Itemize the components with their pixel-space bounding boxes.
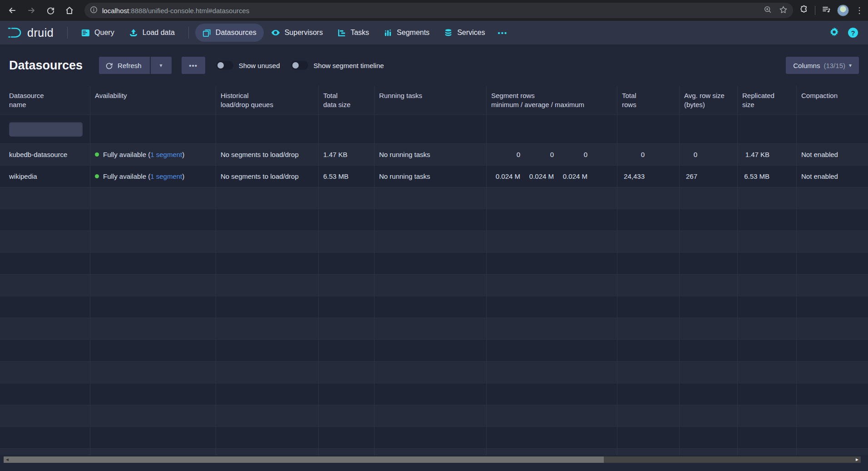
tab-query[interactable]: Query	[74, 24, 122, 42]
filter-row	[0, 115, 868, 144]
browser-home-button[interactable]	[62, 3, 77, 18]
site-info-icon[interactable]	[90, 6, 98, 15]
datasource-name-filter-input[interactable]	[9, 122, 83, 137]
cell-running-tasks: No running tasks	[375, 144, 487, 165]
column-header-load-drop-queues[interactable]: Historicalload/drop queues	[216, 86, 319, 114]
refresh-icon	[105, 62, 113, 69]
scrollbar-thumb[interactable]	[4, 456, 604, 463]
eye-icon	[271, 28, 280, 37]
availability-status-icon	[95, 174, 99, 178]
datasources-view-header: Datasources Refresh ▾ ••• Show unused Sh…	[0, 44, 868, 86]
empty-table-row	[0, 383, 868, 405]
empty-table-row	[0, 209, 868, 231]
zoom-icon[interactable]	[764, 5, 772, 15]
column-header-replicated-size[interactable]: Replicatedsize	[738, 86, 797, 114]
cell-datasource-name[interactable]: wikipedia	[0, 166, 90, 187]
tab-datasources[interactable]: Datasources	[195, 24, 264, 42]
browser-back-button[interactable]	[5, 3, 20, 18]
database-icon	[444, 29, 453, 37]
druid-navbar: druid Query Load data Datasources	[0, 21, 868, 44]
address-bar[interactable]: localhost:8888/unified-console.html#data…	[84, 3, 793, 18]
druid-logo[interactable]: druid	[7, 25, 54, 40]
column-header-avg-row-size[interactable]: Avg. row size(bytes)	[680, 86, 738, 114]
refresh-button[interactable]: Refresh	[99, 57, 150, 74]
browser-profile-avatar[interactable]	[837, 5, 849, 16]
url-text: localhost:8888/unified-console.html#data…	[102, 7, 758, 15]
browser-toolbar: localhost:8888/unified-console.html#data…	[0, 0, 868, 21]
empty-table-row	[0, 231, 868, 253]
brand-name: druid	[27, 26, 54, 39]
column-header-total-rows[interactable]: Totalrows	[617, 86, 680, 114]
tab-supervisors[interactable]: Supervisors	[264, 24, 330, 42]
cell-replicated-size: 1.47 KB	[738, 144, 797, 165]
cell-datasource-name[interactable]: kubedb-datasource	[0, 144, 90, 165]
browser-reload-button[interactable]	[43, 3, 58, 18]
empty-table-row	[0, 296, 868, 318]
toolbar-divider	[815, 6, 815, 15]
bookmark-star-icon[interactable]	[779, 5, 788, 16]
datasources-table: Datasourcename Availability Historicallo…	[0, 86, 868, 455]
empty-table-row	[0, 253, 868, 275]
cell-segment-rows: 0.024 M 0.024 M 0.024 M	[487, 166, 617, 187]
query-icon	[81, 29, 90, 37]
table-footer: ◄ ►	[0, 455, 868, 471]
cell-compaction: Not enabled	[797, 144, 868, 165]
chevron-down-icon: ▾	[160, 62, 163, 69]
browser-forward-button[interactable]	[24, 3, 39, 18]
tab-tasks[interactable]: Tasks	[330, 24, 376, 42]
refresh-options-button[interactable]: ▾	[151, 57, 172, 74]
empty-table-row	[0, 362, 868, 383]
bar-chart-icon	[384, 29, 392, 37]
navbar-more-button[interactable]: •••	[492, 29, 513, 37]
scroll-right-icon[interactable]: ►	[853, 456, 861, 463]
scroll-left-icon[interactable]: ◄	[4, 456, 11, 463]
navbar-divider	[188, 27, 189, 39]
empty-table-row	[0, 187, 868, 209]
page-title: Datasources	[9, 59, 83, 73]
segment-count-link[interactable]: 1 segment	[150, 172, 182, 180]
show-segment-timeline-label: Show segment timeline	[314, 62, 384, 69]
segment-count-link[interactable]: 1 segment	[150, 151, 182, 158]
availability-status-icon	[95, 152, 99, 157]
empty-table-row	[0, 318, 868, 340]
tab-load-data[interactable]: Load data	[122, 24, 182, 42]
cell-compaction: Not enabled	[797, 166, 868, 187]
table-header-row: Datasourcename Availability Historicallo…	[0, 86, 868, 115]
browser-menu-icon[interactable]: ⋮	[855, 6, 863, 15]
media-controls-icon[interactable]	[822, 5, 831, 16]
column-header-segment-rows[interactable]: Segment rowsminimum / average / maximum	[487, 86, 617, 114]
empty-table-row	[0, 449, 868, 455]
columns-count: (13/15)	[824, 62, 845, 69]
column-header-availability[interactable]: Availability	[90, 86, 216, 114]
cell-total-data-size: 6.53 MB	[319, 166, 375, 187]
empty-table-row	[0, 405, 868, 427]
cell-avg-row-size: 267	[680, 166, 738, 187]
chevron-down-icon: ▾	[849, 62, 852, 69]
columns-dropdown-button[interactable]: Columns (13/15) ▾	[786, 57, 859, 74]
column-header-datasource-name[interactable]: Datasourcename	[0, 86, 90, 114]
cell-total-rows: 24,433	[617, 166, 680, 187]
cell-total-rows: 0	[617, 144, 680, 165]
help-icon[interactable]: ?	[848, 28, 858, 38]
druid-console-window: localhost:8888/unified-console.html#data…	[0, 0, 868, 471]
column-header-running-tasks[interactable]: Running tasks	[375, 86, 487, 114]
horizontal-scrollbar[interactable]: ◄ ►	[4, 456, 861, 463]
show-segment-timeline-toggle[interactable]	[291, 61, 308, 70]
cell-total-data-size: 1.47 KB	[319, 144, 375, 165]
cell-running-tasks: No running tasks	[375, 166, 487, 187]
cell-availability: Fully available (1 segment)	[90, 166, 216, 187]
show-unused-toggle[interactable]	[216, 61, 233, 70]
table-row-wikipedia: wikipedia Fully available (1 segment) No…	[0, 166, 868, 187]
more-actions-button[interactable]: •••	[182, 57, 205, 74]
column-header-compaction[interactable]: Compaction	[797, 86, 868, 114]
settings-gear-icon[interactable]	[829, 27, 839, 39]
empty-table-row	[0, 275, 868, 296]
table-body-empty	[0, 187, 868, 455]
empty-table-row	[0, 340, 868, 362]
navbar-divider	[67, 27, 68, 39]
tab-segments[interactable]: Segments	[376, 24, 437, 42]
empty-table-row	[0, 427, 868, 449]
extensions-icon[interactable]	[799, 5, 809, 16]
column-header-total-data-size[interactable]: Totaldata size	[319, 86, 375, 114]
tab-services[interactable]: Services	[437, 24, 492, 42]
